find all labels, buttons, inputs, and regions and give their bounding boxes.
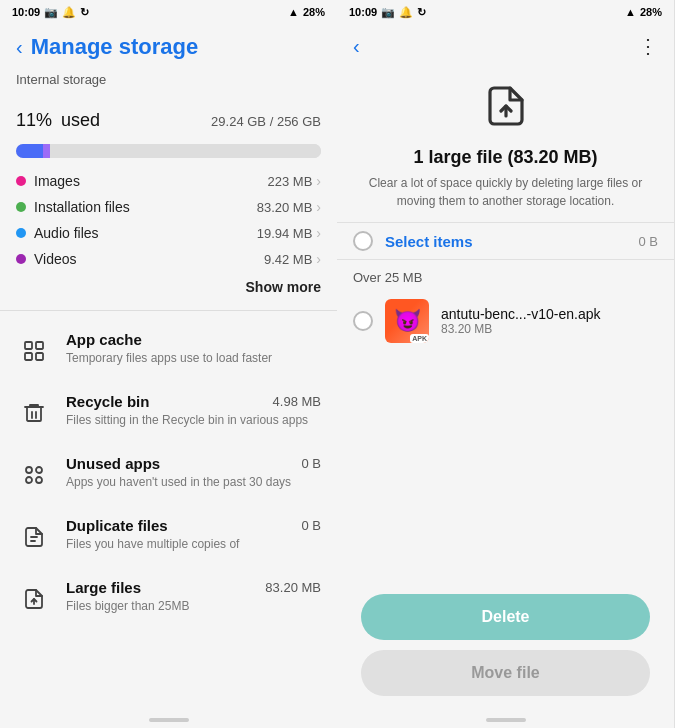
file-size-apk: 83.20 MB [441,322,658,336]
app-cache-desc: Temporary files apps use to load faster [66,350,321,367]
progress-seg-free [50,144,321,158]
storage-row-audio[interactable]: Audio files 19.94 MB › [16,220,321,246]
select-items-label[interactable]: Select items [385,233,473,250]
show-more-row: Show more [0,272,337,306]
show-more-button[interactable]: Show more [246,279,321,295]
storage-percent-value: 11% used [16,97,100,133]
unused-apps-size: 0 B [301,456,321,471]
bottom-handle-left [0,712,337,728]
storage-row-images[interactable]: Images 223 MB › [16,168,321,194]
label-images: Images [34,173,80,189]
select-all-radio[interactable] [353,231,373,251]
large-file-title: 1 large file (83.20 MB) [413,147,597,168]
storage-total: 29.24 GB / 256 GB [211,114,321,129]
large-file-section: 1 large file (83.20 MB) Clear a lot of s… [337,66,674,222]
right-panel: 10:09 📷 🔔 ↻ ▲ 28% ‹ ⋮ 1 la [337,0,674,728]
chevron-videos: › [316,251,321,267]
page-title: Manage storage [31,34,199,60]
sync-icon: ↻ [80,6,89,19]
left-panel-content: ‹ Manage storage Internal storage 11% us… [0,24,337,712]
svg-point-7 [26,467,32,473]
notification-icon-r: 🔔 [399,6,413,19]
battery-right: 28% [640,6,662,18]
dot-installation [16,202,26,212]
svg-rect-3 [36,353,43,360]
menu-item-large-files[interactable]: Large files 83.20 MB Files bigger than 2… [0,567,337,629]
label-audio: Audio files [34,225,99,241]
file-item-apk[interactable]: 😈 APK antutu-benc...-v10-en.apk 83.20 MB [337,289,674,353]
svg-point-8 [36,467,42,473]
unused-apps-title: Unused apps [66,455,160,472]
more-options-button[interactable]: ⋮ [638,34,658,58]
duplicate-files-icon [22,525,46,549]
back-button-right[interactable]: ‹ [353,35,360,58]
wifi-icon-r: ▲ [625,6,636,18]
handle-bar-left [149,718,189,722]
duplicate-files-desc: Files you have multiple copies of [66,536,321,553]
app-cache-icon [22,339,46,363]
time-right: 10:09 [349,6,377,18]
label-installation: Installation files [34,199,130,215]
recycle-bin-title: Recycle bin [66,393,149,410]
delete-button[interactable]: Delete [361,594,650,640]
file-name-apk: antutu-benc...-v10-en.apk [441,306,658,322]
menu-item-unused-apps[interactable]: Unused apps 0 B Apps you haven't used in… [0,443,337,505]
menu-item-app-cache[interactable]: App cache Temporary files apps use to lo… [0,319,337,381]
size-installation: 83.20 MB [257,200,313,215]
sync-icon-r: ↻ [417,6,426,19]
internal-storage-label: Internal storage [0,68,337,93]
dot-images [16,176,26,186]
handle-bar-right [486,718,526,722]
storage-percent-display: 11% used [16,97,100,134]
manage-storage-header: ‹ Manage storage [0,24,337,68]
progress-seg-images [16,144,43,158]
bottom-handle-right [337,712,674,728]
large-files-title: Large files [66,579,141,596]
status-bar-left: 10:09 📷 🔔 ↻ ▲ 28% [0,0,337,24]
duplicate-files-size: 0 B [301,518,321,533]
svg-rect-1 [36,342,43,349]
storage-percent-row: 11% used 29.24 GB / 256 GB [0,93,337,138]
chevron-images: › [316,173,321,189]
camera-icon: 📷 [44,6,58,19]
file-radio-apk[interactable] [353,311,373,331]
select-items-row[interactable]: Select items 0 B [337,222,674,260]
divider-1 [0,310,337,311]
label-videos: Videos [34,251,77,267]
dot-videos [16,254,26,264]
over-25mb-label: Over 25 MB [337,264,674,289]
menu-item-duplicate-files[interactable]: Duplicate files 0 B Files you have multi… [0,505,337,567]
apk-badge: APK [410,334,429,343]
back-button-left[interactable]: ‹ [16,36,23,59]
large-file-desc: Clear a lot of space quickly by deleting… [361,174,650,210]
status-bar-right: 10:09 📷 🔔 ↻ ▲ 28% [337,0,674,24]
storage-progress-bar [16,144,321,158]
file-upload-icon [482,82,530,139]
storage-row-installation[interactable]: Installation files 83.20 MB › [16,194,321,220]
size-videos: 9.42 MB [264,252,312,267]
notification-icon: 🔔 [62,6,76,19]
storage-breakdown: Images 223 MB › Installation files 83.20… [0,168,337,272]
file-thumb-apk: 😈 APK [385,299,429,343]
move-file-button[interactable]: Move file [361,650,650,696]
select-size: 0 B [638,234,658,249]
menu-item-recycle-bin[interactable]: Recycle bin 4.98 MB Files sitting in the… [0,381,337,443]
status-left: 10:09 📷 🔔 ↻ [12,6,89,19]
svg-point-9 [26,477,32,483]
status-right-time: 10:09 📷 🔔 ↻ [349,6,426,19]
right-header: ‹ ⋮ [337,24,674,66]
size-images: 223 MB [268,174,313,189]
storage-row-videos[interactable]: Videos 9.42 MB › [16,246,321,272]
used-label: used [61,110,100,130]
svg-rect-0 [25,342,32,349]
recycle-bin-desc: Files sitting in the Recycle bin in vari… [66,412,321,429]
large-files-desc: Files bigger than 25MB [66,598,321,615]
unused-apps-icon [22,463,46,487]
large-files-size: 83.20 MB [265,580,321,595]
chevron-audio: › [316,225,321,241]
wifi-icon: ▲ [288,6,299,18]
status-right-battery: ▲ 28% [625,6,662,18]
recycle-bin-size: 4.98 MB [273,394,321,409]
svg-rect-2 [25,353,32,360]
svg-rect-4 [27,407,41,421]
